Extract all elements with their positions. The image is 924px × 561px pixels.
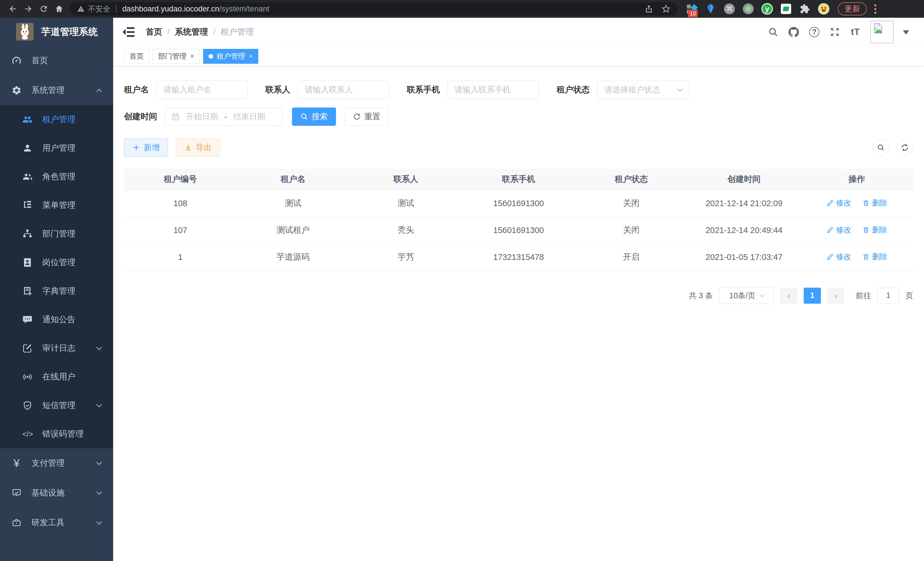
toggle-search-button[interactable] [873, 139, 889, 156]
extension-yuque-icon[interactable]: y [761, 3, 773, 15]
share-icon[interactable] [645, 5, 653, 13]
contact-input[interactable] [298, 81, 389, 99]
delete-button[interactable]: 删除 [862, 198, 887, 208]
sidebar-item-system[interactable]: 系统管理 [0, 75, 113, 105]
extension-badge: 10 [688, 10, 698, 17]
monitor-icon [11, 488, 22, 498]
browser-chrome: 不安全 dashboard.yudao.iocoder.cn /system/t… [0, 0, 924, 18]
sidebar-item-label: 菜单管理 [42, 200, 75, 211]
edit-button[interactable]: 修改 [826, 252, 851, 262]
close-icon[interactable]: × [190, 52, 194, 61]
prev-page-button[interactable]: ‹ [780, 288, 797, 304]
browser-home-button[interactable] [51, 1, 67, 17]
fullscreen-icon[interactable] [829, 26, 841, 38]
chevron-down-icon [96, 459, 102, 465]
trash-icon [862, 226, 870, 234]
github-icon[interactable] [788, 26, 800, 38]
sidebar-item-audit-log[interactable]: 审计日志 [0, 334, 113, 362]
edit-button[interactable]: 修改 [826, 225, 851, 235]
breadcrumb-system[interactable]: 系统管理 [175, 26, 208, 38]
sidebar-item-infra[interactable]: 基础设施 [0, 478, 113, 508]
extension-tabs-icon[interactable]: 10 [686, 3, 698, 15]
page-size-select[interactable]: 10条/页 [719, 287, 774, 304]
reset-button[interactable]: 重置 [345, 108, 388, 126]
omnibox-divider [116, 5, 117, 13]
export-button[interactable]: 导出 [176, 138, 220, 157]
tree-table-icon [22, 200, 33, 211]
status-select[interactable]: 请选择租户状态 [597, 81, 689, 99]
sidebar-item-tenant[interactable]: 租户管理 [0, 105, 113, 134]
extension-balloon-icon[interactable] [705, 3, 717, 15]
sidebar-item-home[interactable]: 首页 [0, 46, 113, 75]
tab-tenant-active[interactable]: 租户管理 × [203, 49, 258, 64]
command-glyph: ⌘ [726, 5, 733, 13]
refresh-icon [353, 113, 361, 121]
sidebar-item-label: 在线用户 [42, 371, 75, 383]
tab-dept[interactable]: 部门管理 × [153, 49, 200, 64]
sidebar-item-error-code[interactable]: </> 错误码管理 [0, 420, 113, 448]
breadcrumb-home[interactable]: 首页 [146, 26, 162, 38]
browser-update-button[interactable]: 更新 [838, 2, 867, 15]
mobile-input[interactable] [447, 81, 539, 99]
sidebar-item-pay[interactable]: ¥ 支付管理 [0, 448, 113, 478]
edit-button[interactable]: 修改 [826, 198, 851, 208]
sidebar-item-notice[interactable]: 通知公告 [0, 305, 113, 334]
sidebar-item-label: 研发工具 [32, 517, 64, 528]
close-icon[interactable]: × [249, 52, 253, 61]
sidebar-item-role[interactable]: 角色管理 [0, 162, 113, 191]
sidebar-item-label: 用户管理 [42, 142, 75, 154]
help-icon[interactable]: ? [808, 26, 820, 38]
user-icon [22, 143, 33, 153]
tab-home[interactable]: 首页 [124, 49, 149, 64]
briefcase-icon [11, 517, 22, 528]
browser-back-button[interactable] [5, 1, 21, 17]
sidebar-item-online-users[interactable]: 在线用户 [0, 362, 113, 391]
dashboard-icon [11, 56, 22, 66]
contact-label: 联系人 [266, 84, 290, 96]
browser-menu-button[interactable] [874, 4, 876, 14]
sidebar-item-user[interactable]: 用户管理 [0, 134, 113, 162]
search-button[interactable]: 搜索 [292, 108, 336, 126]
sidebar-item-dict[interactable]: 字典管理 [0, 277, 113, 305]
reload-icon [39, 4, 48, 14]
browser-reload-button[interactable] [36, 1, 51, 17]
tenant-name-input[interactable] [156, 81, 248, 99]
header-search-icon[interactable] [767, 26, 779, 38]
extension-chat-icon[interactable] [780, 3, 792, 15]
yuque-letter: y [765, 5, 769, 14]
extension-emoji-icon[interactable] [818, 3, 830, 15]
avatar-caret-down-icon[interactable] [903, 30, 909, 38]
date-range-picker[interactable]: 开始日期 - 结束日期 [165, 108, 282, 126]
browser-forward-button[interactable] [21, 1, 36, 17]
sidebar-item-menu[interactable]: 菜单管理 [0, 191, 113, 220]
delete-button[interactable]: 删除 [862, 225, 887, 235]
extension-command-icon[interactable]: ⌘ [723, 3, 735, 15]
avatar[interactable] [870, 21, 894, 44]
delete-button[interactable]: 删除 [862, 252, 887, 262]
sidebar-toggle-icon[interactable] [122, 25, 136, 39]
breadcrumb-current: 租户管理 [220, 26, 254, 38]
page-1-button[interactable]: 1 [804, 288, 821, 304]
total-count: 共 3 条 [689, 290, 713, 301]
add-button[interactable]: 新增 [124, 138, 168, 157]
sidebar-item-label: 租户管理 [42, 114, 75, 125]
sidebar-item-dev-tools[interactable]: 研发工具 [0, 508, 113, 538]
refresh-icon [901, 144, 909, 152]
address-bar[interactable]: 不安全 dashboard.yudao.iocoder.cn /system/t… [70, 2, 678, 15]
sidebar-item-sms[interactable]: 短信管理 [0, 391, 113, 420]
page-unit-label: 页 [905, 290, 913, 301]
table-row: 107 测试租户 秃头 15601691300 关闭 2021-12-14 20… [124, 217, 913, 244]
text-size-icon[interactable]: tT [850, 26, 861, 38]
refresh-table-button[interactable] [897, 139, 913, 156]
goto-page-input[interactable] [878, 288, 899, 304]
sidebar-item-label: 通知公告 [42, 314, 75, 325]
extension-recorder-icon[interactable] [742, 3, 754, 15]
sidebar-item-post[interactable]: 岗位管理 [0, 248, 113, 277]
bookmark-star-icon[interactable] [662, 5, 670, 13]
chevron-down-icon [96, 489, 102, 495]
extensions-puzzle-icon[interactable] [799, 3, 811, 15]
pencil-icon [826, 226, 834, 234]
next-page-button[interactable]: › [827, 288, 844, 304]
table-toolbar: 新增 导出 [124, 138, 913, 157]
sidebar-item-dept[interactable]: 部门管理 [0, 220, 113, 248]
